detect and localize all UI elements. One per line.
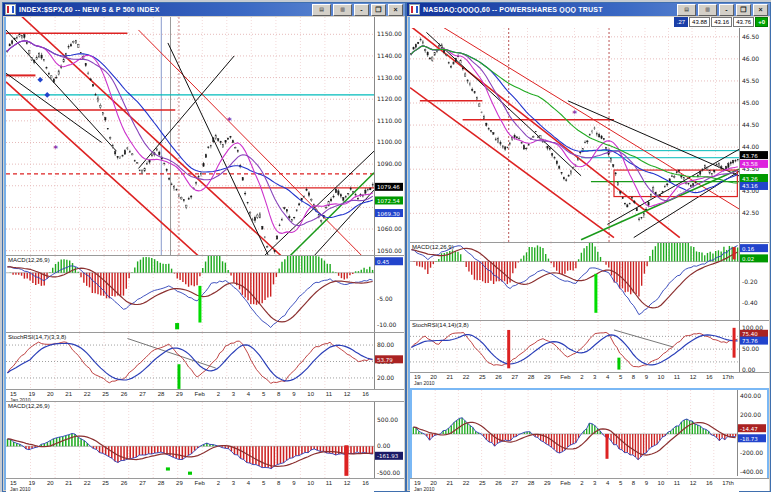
date-tick: 21	[65, 480, 72, 486]
date-tick: 28	[528, 480, 535, 486]
qqqq-chart-content: .27 43.88 43.16 43.76 +0 *46.5046.0045.5…	[408, 17, 769, 490]
svg-text:1069.30: 1069.30	[377, 211, 400, 217]
spx-macd-canvas[interactable]: -5.00-10.000.45	[6, 256, 404, 333]
date-tick: 5	[262, 391, 265, 397]
svg-text:1050.00: 1050.00	[377, 247, 402, 254]
date-tick: 29	[176, 480, 183, 486]
qqqq-stochrsi-pane[interactable]: StochRSI(14,14)(3,8) 100.0050.000.0075.4…	[410, 320, 769, 373]
date-tick: 8	[632, 480, 635, 486]
date-tick: Feb	[195, 480, 205, 486]
maximize-button[interactable]: ❐	[736, 4, 751, 16]
minimize-button[interactable]: -	[719, 4, 734, 16]
spx-macd-label: MACD(12,26,9)	[8, 257, 50, 263]
qqqq-macd-label: MACD(12,26,9)	[412, 244, 454, 250]
minimize-button[interactable]: -	[354, 4, 369, 16]
spx-price-pane[interactable]: ***1150.001140.001130.001120.001110.0011…	[6, 17, 404, 255]
svg-text:1150.00: 1150.00	[377, 30, 402, 37]
svg-text:-0.40: -0.40	[742, 299, 758, 306]
svg-text:1130.00: 1130.00	[377, 74, 402, 81]
date-tick: 26	[121, 391, 128, 397]
qqqq-stochrsi-canvas[interactable]: 100.0050.000.0075.4073.76	[410, 321, 769, 373]
quote-up-badge: +0	[755, 17, 768, 27]
date-tick: 26	[495, 374, 502, 380]
date-tick: Feb	[560, 480, 570, 486]
spx-stochrsi-pane[interactable]: StochRSI(14,7)(3,3,8) 80.0050.0020.0053.…	[6, 332, 404, 390]
spx-titlebar[interactable]: INDEX:$SPX,60 -- NEW S & P 500 INDEX ▤ ▥…	[3, 3, 405, 16]
qqqq-histogram-canvas[interactable]: 400.00200.00-200.00-400.00-14.47-18.73	[412, 390, 767, 476]
svg-text:200.00: 200.00	[740, 411, 761, 418]
qqqq-titlebar[interactable]: NASDAQ:QQQQ,60 -- POWERSHARES QQQ TRUST …	[407, 3, 770, 16]
svg-text:43.26: 43.26	[742, 176, 758, 182]
qqqq-histogram-pane[interactable]: 400.00200.00-200.00-400.00-14.47-18.73	[410, 388, 769, 482]
date-tick: 26	[495, 480, 502, 486]
spx-price-canvas[interactable]: ***1150.001140.001130.001120.001110.0011…	[6, 17, 404, 255]
date-tick: 8	[632, 374, 635, 380]
date-tick: 21	[447, 480, 454, 486]
close-button[interactable]: ×	[753, 4, 768, 16]
quote-change: .27	[674, 17, 688, 27]
chart-style-button-1[interactable]: ▤	[312, 4, 331, 16]
date-tick: 4	[606, 374, 609, 380]
date-tick: 2	[580, 374, 583, 380]
date-tick: 12	[344, 480, 351, 486]
date-tick: 27	[512, 374, 519, 380]
svg-text:-500.00: -500.00	[377, 469, 400, 476]
date-tick: 10	[658, 374, 665, 380]
spx-macd2-canvas[interactable]: 500.000.00-500.00-161.93	[6, 402, 404, 479]
date-tick: 22	[463, 480, 470, 486]
svg-text:80.00: 80.00	[377, 341, 394, 348]
date-tick: 25	[102, 480, 109, 486]
svg-text:75.40: 75.40	[742, 331, 758, 337]
date-tick: 25	[479, 374, 486, 380]
maximize-button[interactable]: ❐	[371, 4, 386, 16]
date-tick: 2	[580, 480, 583, 486]
svg-text:46.00: 46.00	[742, 55, 759, 62]
qqqq-macd-canvas[interactable]: -0.20-0.400.160.02	[410, 243, 769, 321]
date-tick: 12	[344, 391, 351, 397]
date-tick: 16	[362, 480, 369, 486]
svg-text:53.79: 53.79	[377, 357, 393, 363]
qqqq-date-axis-2: 192021222526272829Feb2345891011121617th …	[410, 478, 769, 491]
svg-text:-400.00: -400.00	[740, 468, 763, 475]
quote-low: 43.16	[711, 17, 732, 27]
svg-text:43.16: 43.16	[742, 183, 758, 189]
spx-macd2-label: MACD(12,26,9)	[8, 403, 50, 409]
date-tick: 22	[84, 391, 91, 397]
spx-macd-pane[interactable]: MACD(12,26,9) -5.00-10.000.45	[6, 255, 404, 333]
date-tick: 5	[619, 480, 622, 486]
svg-text:-161.93: -161.93	[377, 453, 399, 459]
svg-text:45.00: 45.00	[742, 99, 759, 106]
date-tick: 3	[593, 480, 596, 486]
chart-style-button-2[interactable]: ▥	[333, 4, 352, 16]
date-tick: 10	[658, 480, 665, 486]
date-tick: 5	[262, 480, 265, 486]
date-tick: 22	[463, 374, 470, 380]
date-tick: 4	[247, 480, 250, 486]
date-tick: 16	[362, 391, 369, 397]
qqqq-quote-strip: .27 43.88 43.16 43.76 +0	[674, 17, 768, 27]
svg-text:45.50: 45.50	[742, 77, 759, 84]
date-tick: 25	[102, 391, 109, 397]
chart-window-qqqq[interactable]: NASDAQ:QQQQ,60 -- POWERSHARES QQQ TRUST …	[406, 2, 771, 492]
qqqq-macd-pane[interactable]: MACD(12,26,9) -0.20-0.400.160.02	[410, 242, 769, 321]
qqqq-month-label: Jan 2010	[414, 380, 435, 386]
spx-stochrsi-canvas[interactable]: 80.0050.0020.0053.79	[6, 333, 404, 390]
svg-text:500.00: 500.00	[377, 416, 398, 423]
qqqq-month-label-2: Jan 2010	[414, 486, 435, 492]
svg-text:*: *	[53, 144, 58, 154]
svg-text:1060.00: 1060.00	[377, 225, 402, 232]
date-tick: 22	[84, 480, 91, 486]
svg-text:43.58: 43.58	[742, 161, 758, 167]
qqqq-price-canvas[interactable]: *46.5046.0045.5045.0044.5044.0043.5043.0…	[410, 28, 769, 242]
chart-style-button-1[interactable]: ▤	[677, 4, 696, 16]
qqqq-price-pane[interactable]: *46.5046.0045.5045.0044.5044.0043.5043.0…	[410, 28, 769, 242]
close-button[interactable]: ×	[388, 4, 403, 16]
chart-window-spx[interactable]: INDEX:$SPX,60 -- NEW S & P 500 INDEX ▤ ▥…	[2, 2, 406, 492]
chart-style-button-2[interactable]: ▥	[698, 4, 717, 16]
spx-macd2-pane[interactable]: MACD(12,26,9) 500.000.00-500.00-161.93	[6, 401, 404, 479]
date-tick: 8	[277, 480, 280, 486]
svg-text:-200.00: -200.00	[740, 449, 763, 456]
date-tick: 9	[292, 480, 295, 486]
chart-window-icon	[409, 4, 420, 15]
date-tick: Feb	[560, 374, 570, 380]
